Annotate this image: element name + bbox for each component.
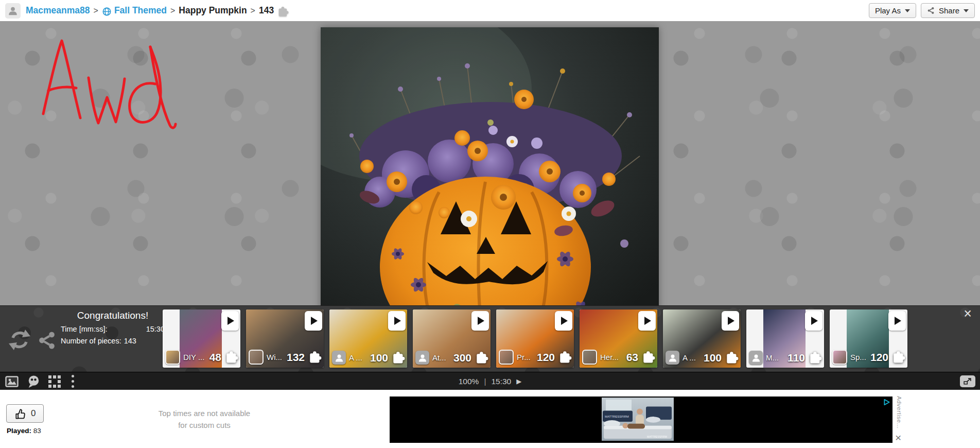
piece-count: 110 bbox=[787, 352, 805, 364]
related-puzzle-card[interactable]: Pr... 120 bbox=[496, 309, 574, 368]
advertisement-banner[interactable]: MATTRESSFIRM MATTRESSFIRM bbox=[390, 397, 892, 443]
play-timer-icon[interactable]: ▶ bbox=[516, 377, 521, 385]
card-info-row: A ... 100 bbox=[332, 351, 406, 365]
top-times-message: Top times are not available for custom c… bbox=[130, 408, 279, 431]
play-icon bbox=[227, 317, 234, 325]
play-icon bbox=[311, 317, 318, 325]
creator-avatar[interactable] bbox=[332, 351, 346, 365]
congratulations-summary: Congratulations! Time [mm:ss]: 15:30 Num… bbox=[61, 310, 165, 345]
share-icon bbox=[37, 331, 57, 350]
thumbs-up-icon bbox=[14, 408, 26, 420]
adchoices-icon[interactable] bbox=[883, 399, 890, 406]
like-button[interactable]: 0 bbox=[6, 404, 44, 423]
share-result-button[interactable] bbox=[37, 331, 57, 350]
puzzle-piece-icon bbox=[475, 351, 489, 365]
card-info-row: Her... 63 bbox=[582, 350, 656, 365]
piece-count: 100 bbox=[370, 352, 388, 364]
puzzle-piece-icon bbox=[725, 351, 739, 365]
breadcrumb-separator: > bbox=[94, 6, 98, 15]
play-puzzle-button[interactable] bbox=[388, 311, 406, 331]
piece-count: 132 bbox=[287, 351, 305, 364]
top-times-line2: for custom cuts bbox=[130, 420, 279, 432]
puzzle-piece-icon bbox=[308, 351, 322, 364]
completed-puzzle-image bbox=[321, 27, 659, 336]
jigsaw-puzzle-app: Macmeanma88 > Fall Themed > Happy Pumpki… bbox=[0, 0, 980, 448]
ad-logo-text: MATTRESSFIRM bbox=[647, 436, 667, 438]
breadcrumb-user-link[interactable]: Macmeanma88 bbox=[26, 5, 90, 16]
puzzle-piece-icon bbox=[891, 351, 906, 364]
puzzle-toolbar: 100% | 15:30 ▶ bbox=[0, 372, 980, 390]
breadcrumb-category-link[interactable]: Fall Themed bbox=[114, 5, 167, 16]
puzzle-piece-icon bbox=[224, 351, 239, 364]
puzzle-title: M... bbox=[766, 353, 784, 362]
piece-count: 120 bbox=[870, 351, 888, 364]
creator-avatar[interactable] bbox=[749, 351, 763, 365]
refresh-icon bbox=[8, 329, 31, 351]
header-actions: Play As Share bbox=[869, 3, 975, 18]
advertise-link[interactable]: Advertise... bbox=[896, 396, 902, 436]
related-puzzle-card[interactable]: At... 300 bbox=[413, 309, 491, 368]
puzzle-piece-icon bbox=[277, 6, 289, 18]
play-puzzle-button[interactable] bbox=[638, 311, 656, 331]
puzzle-piece-icon bbox=[808, 351, 822, 365]
play-puzzle-button[interactable] bbox=[722, 311, 739, 331]
creator-avatar[interactable] bbox=[415, 351, 429, 365]
play-puzzle-button[interactable] bbox=[555, 311, 572, 331]
piece-count: 300 bbox=[453, 352, 471, 364]
creator-avatar[interactable] bbox=[666, 351, 679, 365]
play-puzzle-button[interactable] bbox=[805, 311, 822, 331]
creator-avatar[interactable] bbox=[832, 350, 847, 365]
card-info-row: At... 300 bbox=[415, 351, 489, 365]
puzzle-title: Wi... bbox=[267, 353, 284, 361]
related-puzzle-card[interactable]: DIY ... 48 bbox=[163, 309, 240, 368]
restart-puzzle-button[interactable] bbox=[8, 329, 31, 351]
related-puzzle-card[interactable]: Her... 63 bbox=[580, 309, 657, 368]
card-info-row: Wi... 132 bbox=[249, 350, 322, 365]
play-icon bbox=[728, 317, 734, 325]
chevron-down-icon bbox=[905, 9, 910, 12]
play-icon bbox=[561, 317, 568, 325]
puzzle-title: Pr... bbox=[517, 353, 534, 361]
play-icon bbox=[478, 317, 484, 325]
related-puzzle-card[interactable]: Wi... 132 bbox=[246, 309, 324, 368]
related-puzzle-card[interactable]: A ... 100 bbox=[329, 309, 407, 368]
played-count: Played: 83 bbox=[7, 427, 41, 435]
creator-avatar[interactable] bbox=[499, 350, 514, 365]
puzzle-title: Her... bbox=[600, 353, 623, 361]
puzzle-title: A ... bbox=[682, 353, 701, 362]
congratulations-panel: Congratulations! Time [mm:ss]: 15:30 Num… bbox=[0, 305, 980, 372]
ad-video-frame[interactable]: MATTRESSFIRM MATTRESSFIRM bbox=[602, 398, 674, 441]
person-icon bbox=[417, 353, 428, 363]
breadcrumb-separator: > bbox=[170, 6, 175, 15]
puzzle-title: A ... bbox=[349, 353, 367, 362]
creator-avatar[interactable] bbox=[582, 350, 597, 365]
creator-avatar[interactable] bbox=[165, 350, 180, 365]
close-ad-button[interactable]: × bbox=[895, 432, 901, 443]
card-info-row: M... 110 bbox=[749, 351, 822, 365]
share-label: Share bbox=[939, 6, 959, 15]
puzzle-piece-icon bbox=[641, 351, 656, 364]
share-button[interactable]: Share bbox=[921, 3, 975, 18]
close-panel-button[interactable]: × bbox=[964, 307, 972, 321]
creator-avatar[interactable] bbox=[249, 350, 264, 365]
play-puzzle-button[interactable] bbox=[888, 311, 906, 331]
breadcrumb-puzzle-title: Happy Pumpkin bbox=[179, 5, 247, 16]
chevron-down-icon bbox=[964, 9, 969, 12]
card-info-row: Sp... 120 bbox=[832, 350, 906, 365]
related-puzzle-card[interactable]: A ... 100 bbox=[663, 309, 741, 368]
play-puzzle-button[interactable] bbox=[221, 311, 239, 331]
play-puzzle-button[interactable] bbox=[471, 311, 489, 331]
share-icon bbox=[927, 7, 935, 14]
piece-count: 63 bbox=[626, 351, 638, 364]
puzzle-board[interactable]: Congratulations! Time [mm:ss]: 15:30 Num… bbox=[0, 21, 980, 390]
related-puzzle-card[interactable]: Sp... 120 bbox=[830, 309, 907, 368]
play-as-button[interactable]: Play As bbox=[869, 3, 916, 18]
user-avatar[interactable] bbox=[5, 3, 21, 19]
page-footer: 0 Played: 83 Top times are not available… bbox=[0, 390, 980, 448]
pieces-value: 143 bbox=[124, 337, 136, 345]
fullscreen-button[interactable] bbox=[960, 375, 975, 387]
play-puzzle-button[interactable] bbox=[305, 311, 322, 331]
play-icon bbox=[895, 317, 901, 325]
related-puzzle-card[interactable]: M... 110 bbox=[746, 309, 824, 368]
breadcrumb: Macmeanma88 > Fall Themed > Happy Pumpki… bbox=[26, 5, 289, 16]
